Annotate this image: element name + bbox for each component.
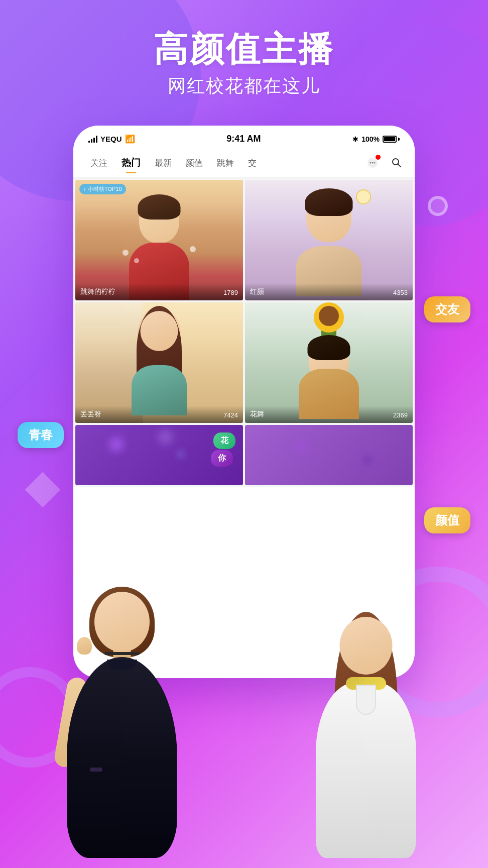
- float-tag-youjiao[interactable]: 交友: [424, 296, 470, 322]
- nav-tabs: 关注 热门 最新 颜值 跳舞 交: [73, 148, 415, 178]
- streamer-card-3[interactable]: 丢丢呀 7424: [75, 302, 243, 423]
- message-badge: [376, 155, 381, 160]
- message-icon-button[interactable]: [364, 155, 381, 171]
- card-label-2: 红颜 4353: [245, 283, 413, 300]
- svg-point-3: [374, 162, 376, 164]
- streamer-card-1[interactable]: ♪ 小时榜TOP10 跳舞的柠柠 1789: [75, 180, 243, 300]
- sub-title: 网红校花都在这儿: [0, 74, 488, 98]
- wifi-icon: 📶: [125, 134, 135, 144]
- card-badge-text-1: 小时榜TOP10: [88, 185, 122, 193]
- streamer-card-2[interactable]: 红颜 4353: [245, 180, 413, 300]
- card-count-2: 4353: [393, 289, 408, 296]
- streamer-card-5[interactable]: 花 你: [75, 425, 243, 485]
- decorative-diamond: [25, 472, 61, 508]
- tab-yanzhi[interactable]: 颜值: [179, 154, 210, 172]
- tab-jiao[interactable]: 交: [241, 154, 264, 172]
- main-title: 高颜值主播: [0, 30, 488, 68]
- card-name-2: 红颜: [250, 287, 264, 296]
- tab-tiaowu[interactable]: 跳舞: [210, 154, 241, 172]
- status-right: ✱ 100%: [352, 135, 400, 143]
- battery-icon: [383, 136, 400, 143]
- header-section: 高颜值主播 网红校花都在这儿: [0, 30, 488, 98]
- status-time: 9:41 AM: [226, 134, 261, 144]
- float-tag-yanzhi[interactable]: 颜值: [424, 507, 470, 533]
- carrier-label: YEQU: [100, 135, 122, 143]
- phone-mockup: YEQU 📶 9:41 AM ✱ 100% 关注 热门 最新 颜值 跳舞: [73, 126, 415, 678]
- bluetooth-icon: ✱: [352, 135, 358, 143]
- card-count-1: 1789: [223, 289, 238, 296]
- search-icon-button[interactable]: [389, 155, 405, 171]
- content-grid: ♪ 小时榜TOP10 跳舞的柠柠 1789: [73, 178, 415, 487]
- tab-zuixin[interactable]: 最新: [148, 154, 179, 172]
- svg-point-2: [372, 162, 374, 164]
- card-badge-1: ♪ 小时榜TOP10: [79, 184, 126, 194]
- tab-remen[interactable]: 热门: [114, 153, 148, 172]
- card-count-4: 2369: [393, 411, 408, 419]
- card-name-1: 跳舞的柠柠: [80, 287, 115, 296]
- card-count-3: 7424: [223, 411, 238, 419]
- battery-percent: 100%: [361, 135, 380, 143]
- streamer-card-6[interactable]: [245, 425, 413, 485]
- svg-point-1: [370, 162, 372, 164]
- card-name-3: 丢丢呀: [80, 410, 101, 419]
- svg-line-5: [398, 164, 401, 167]
- float-tag-qingchun[interactable]: 青春: [18, 422, 64, 448]
- tab-guanzhu[interactable]: 关注: [83, 154, 114, 172]
- signal-icon: [88, 136, 97, 143]
- status-bar: YEQU 📶 9:41 AM ✱ 100%: [73, 126, 415, 148]
- streamer-card-4[interactable]: 花舞 2369: [245, 302, 413, 423]
- decorative-dot: [428, 196, 448, 216]
- card-label-1: 跳舞的柠柠 1789: [75, 283, 243, 300]
- card-name-4: 花舞: [250, 410, 264, 419]
